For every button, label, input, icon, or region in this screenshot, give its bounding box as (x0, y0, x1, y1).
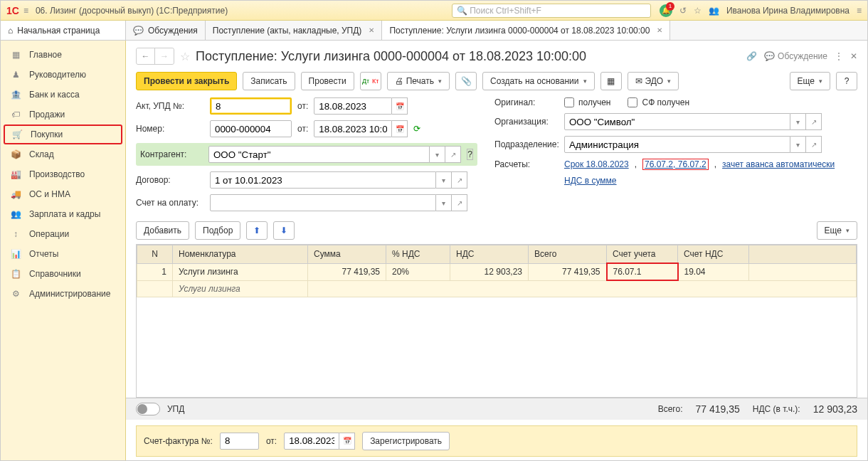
favorite-icon[interactable]: ☆ (694, 6, 702, 16)
post-and-close-button[interactable]: Провести и закрыть (136, 72, 237, 90)
calendar-icon[interactable]: 📅 (392, 120, 408, 137)
tab-home[interactable]: ⌂ Начальная страница (1, 21, 126, 40)
settle-term-link[interactable]: Срок 18.08.2023 (564, 159, 629, 169)
settle-auto-link[interactable]: зачет аванса автоматически (722, 159, 835, 169)
open-icon[interactable]: ↗ (806, 136, 822, 153)
sf-received-checkbox[interactable]: СФ получен (628, 97, 689, 107)
info-button[interactable]: ? (467, 149, 473, 160)
more-icon[interactable]: ⋮ (835, 51, 843, 61)
nav-forward-button[interactable]: → (155, 48, 174, 64)
table-more-button[interactable]: Еще▾ (817, 221, 857, 240)
col-nom[interactable]: Номенклатура (173, 245, 308, 264)
global-search[interactable]: 🔍 Поиск Ctrl+Shift+F (452, 4, 651, 18)
add-row-button[interactable]: Добавить (136, 221, 189, 240)
col-acct[interactable]: Счет учета (607, 245, 678, 264)
upd-toggle[interactable] (136, 403, 160, 415)
doc-date-input[interactable] (314, 120, 392, 137)
star-icon[interactable]: ☆ (180, 50, 190, 63)
cell-nom-sub[interactable]: Услуги лизинга (173, 280, 308, 297)
chevron-down-icon[interactable]: ▾ (790, 113, 806, 130)
contract-input[interactable] (210, 171, 436, 189)
sidebar-item-main[interactable]: ▦Главное (1, 45, 125, 65)
register-button[interactable]: Зарегистрировать (362, 432, 450, 450)
discussion-button[interactable]: 💬Обсуждение (764, 51, 827, 61)
cell-n[interactable]: 1 (137, 263, 173, 280)
col-vat[interactable]: НДС (450, 245, 529, 264)
notifications-icon[interactable]: 🔔 1 (660, 4, 672, 17)
col-sum[interactable]: Сумма (308, 245, 386, 264)
chevron-down-icon[interactable]: ▾ (436, 171, 452, 189)
close-icon[interactable]: ✕ (369, 26, 374, 34)
dtct-button[interactable]: ДтКт (360, 72, 381, 90)
open-icon[interactable]: ↗ (806, 113, 822, 130)
user-icon[interactable]: 👥 (709, 6, 719, 16)
chevron-down-icon[interactable]: ▾ (430, 146, 445, 163)
sidebar-item-bank[interactable]: 🏦Банк и касса (1, 85, 125, 105)
open-icon[interactable]: ↗ (452, 171, 467, 189)
cell-total[interactable]: 77 419,35 (529, 263, 607, 280)
calendar-icon[interactable]: 📅 (392, 97, 408, 115)
refresh-icon[interactable]: ⟳ (413, 124, 420, 134)
open-icon[interactable]: ↗ (452, 194, 467, 211)
create-based-button[interactable]: Создать на основании▾ (482, 72, 595, 90)
close-icon[interactable]: ✕ (850, 51, 857, 61)
act-number-input[interactable] (210, 97, 292, 115)
sidebar-item-sales[interactable]: 🏷Продажи (1, 105, 125, 124)
write-button[interactable]: Записать (243, 72, 295, 90)
table-row-sub[interactable]: Услуги лизинга (137, 280, 857, 297)
cell-vatpct[interactable]: 20% (386, 263, 450, 280)
help-button[interactable]: ? (836, 72, 857, 90)
sf-number-input[interactable] (220, 433, 259, 450)
cell-sum[interactable]: 77 419,35 (308, 263, 386, 280)
more-button[interactable]: Еще▾ (790, 72, 830, 90)
tab-current-doc[interactable]: Поступление: Услуги лизинга 0000-000004 … (382, 21, 670, 40)
settings-icon[interactable]: ≡ (857, 6, 862, 16)
sidebar-item-production[interactable]: 🏭Производство (1, 164, 125, 184)
link-icon[interactable]: 🔗 (746, 51, 757, 61)
sf-date-input[interactable] (284, 433, 339, 450)
counterparty-input[interactable] (208, 146, 430, 163)
attach-button[interactable]: 📎 (455, 72, 477, 90)
tab-receipts[interactable]: Поступление (акты, накладные, УПД) ✕ (206, 21, 383, 40)
cell-acct[interactable]: 76.07.1 (607, 263, 678, 280)
col-vatacct[interactable]: Счет НДС (678, 245, 749, 264)
open-icon[interactable]: ↗ (445, 146, 461, 163)
print-button[interactable]: 🖨Печать▾ (387, 72, 450, 90)
doc-number-input[interactable] (210, 120, 292, 137)
sidebar-item-admin[interactable]: ⚙Администрирование (1, 284, 125, 304)
sidebar-item-operations[interactable]: ↕Операции (1, 224, 125, 244)
chevron-down-icon[interactable]: ▾ (790, 136, 806, 153)
division-input[interactable] (564, 136, 790, 153)
sidebar-item-manager[interactable]: ♟Руководителю (1, 65, 125, 85)
sidebar-item-catalogs[interactable]: 📋Справочники (1, 264, 125, 284)
table-row[interactable]: 1 Услуги лизинга 77 419,35 20% 12 903,23… (137, 263, 857, 280)
move-down-button[interactable]: ⬇ (273, 221, 295, 240)
org-input[interactable] (564, 113, 790, 130)
received-checkbox[interactable]: получен (564, 97, 610, 107)
sidebar-item-warehouse[interactable]: 📦Склад (1, 144, 125, 164)
calendar-icon[interactable]: 📅 (339, 433, 355, 450)
col-total[interactable]: Всего (529, 245, 607, 264)
sidebar-item-hr[interactable]: 👥Зарплата и кадры (1, 204, 125, 224)
registry-button[interactable]: ▦ (600, 72, 622, 90)
invoice-pay-input[interactable] (210, 194, 436, 211)
menu-icon[interactable]: ≡ (23, 6, 28, 16)
act-date-input[interactable] (314, 97, 392, 115)
sidebar-item-reports[interactable]: 📊Отчеты (1, 244, 125, 264)
tab-discussions[interactable]: 💬 Обсуждения (126, 21, 206, 40)
close-icon[interactable]: ✕ (657, 26, 662, 34)
select-button[interactable]: Подбор (195, 221, 240, 240)
cell-nom[interactable]: Услуги лизинга (173, 263, 308, 280)
col-vatpct[interactable]: % НДС (386, 245, 450, 264)
move-up-button[interactable]: ⬆ (246, 221, 268, 240)
chevron-down-icon[interactable]: ▾ (436, 194, 452, 211)
cell-vat[interactable]: 12 903,23 (450, 263, 529, 280)
col-n[interactable]: N (137, 245, 173, 264)
nav-back-button[interactable]: ← (137, 48, 155, 64)
sidebar-item-assets[interactable]: 🚚ОС и НМА (1, 184, 125, 204)
sidebar-item-purchases[interactable]: 🛒Покупки (4, 124, 122, 144)
history-icon[interactable]: ↺ (679, 6, 687, 16)
vat-in-sum-link[interactable]: НДС в сумме (564, 176, 617, 186)
settle-accounts-link[interactable]: 76.07.2, 76.07.2 (642, 159, 709, 170)
cell-vatacct[interactable]: 19.04 (678, 263, 749, 280)
